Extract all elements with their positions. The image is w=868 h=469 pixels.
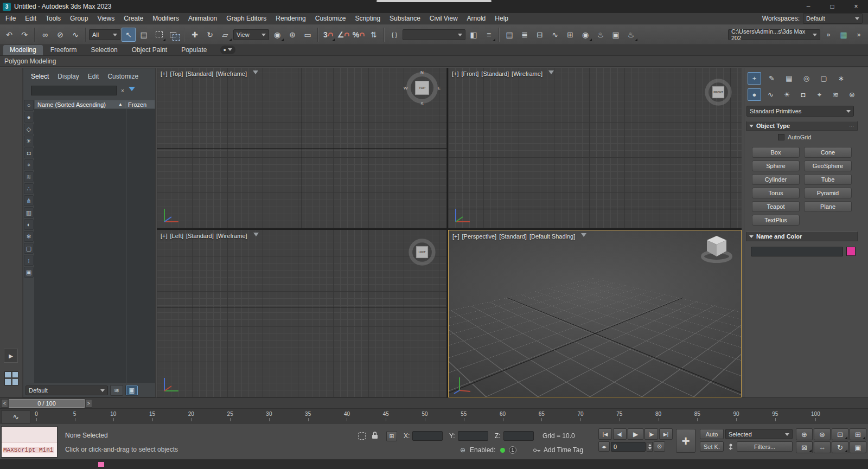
percent-snap-toggle[interactable]: % xyxy=(352,28,366,42)
filter-bones-icon[interactable]: ⋔ xyxy=(24,195,34,206)
viewport-layout-tabs-icon[interactable] xyxy=(4,371,18,386)
primitive-tube-button[interactable]: Tube xyxy=(804,174,852,185)
per-view-filter-icon[interactable] xyxy=(253,233,259,239)
undo-button[interactable]: ↶ xyxy=(2,28,16,42)
viewport-renderer-menu[interactable]: [Standard] xyxy=(186,70,213,77)
compass-north[interactable]: N xyxy=(420,70,424,75)
zoom-extents-button[interactable]: ⊡ xyxy=(832,428,848,440)
track-bar[interactable]: ∿ 0 5 10 15 20 25 30 35 40 45 50 55 60 6… xyxy=(0,408,868,425)
window-crossing-toggle[interactable] xyxy=(167,28,181,42)
menu-graph-editors[interactable]: Graph Editors xyxy=(226,15,266,22)
next-frame-button[interactable]: |▶ xyxy=(644,428,658,440)
menu-help[interactable]: Help xyxy=(495,15,508,22)
menu-customize[interactable]: Customize xyxy=(315,15,346,22)
explorer-object-list[interactable] xyxy=(34,109,155,383)
primitive-pyramid-button[interactable]: Pyramid xyxy=(804,188,852,198)
per-view-filter-icon[interactable] xyxy=(581,233,586,240)
filter-collapse-icon[interactable]: ↕ xyxy=(24,255,34,266)
select-and-manipulate-button[interactable]: ⊕ xyxy=(285,28,299,42)
key-filters-button[interactable]: Filters... xyxy=(737,441,793,452)
named-selection-dropdown[interactable] xyxy=(403,29,465,40)
filter-hidden-icon[interactable]: ▢ xyxy=(24,243,34,254)
key-filters-icon[interactable] xyxy=(727,443,735,451)
filter-containers-icon[interactable]: ▥ xyxy=(24,207,34,218)
toggle-scene-explorer-button[interactable]: ▤ xyxy=(502,28,516,42)
column-header-frozen[interactable]: Frozen xyxy=(125,101,155,108)
tab-create-icon[interactable]: + xyxy=(748,72,761,85)
ribbon-tab-populate[interactable]: Populate xyxy=(175,45,213,55)
filter-display-none-icon[interactable]: ○ xyxy=(24,100,34,111)
app-icon[interactable]: 3 xyxy=(3,3,11,11)
tab-utilities-icon[interactable]: ∗ xyxy=(834,72,848,85)
viewport-renderer-menu[interactable]: [Standard] xyxy=(481,70,509,77)
time-tag-key-icon[interactable] xyxy=(533,448,541,453)
mirror-button[interactable]: ◧ xyxy=(467,28,481,42)
close-button[interactable]: × xyxy=(844,0,868,13)
category-helpers-icon[interactable]: ⌖ xyxy=(813,88,826,101)
menu-civil-view[interactable]: Civil View xyxy=(430,15,458,22)
next-frame-arrow[interactable]: > xyxy=(85,399,92,408)
primitive-category-dropdown[interactable]: Standard Primitives xyxy=(746,106,854,117)
object-name-input[interactable] xyxy=(751,247,843,256)
expand-panel-button[interactable]: ▶ xyxy=(4,349,18,363)
autogrid-checkbox[interactable] xyxy=(778,134,784,140)
select-and-move-button[interactable]: ✚ xyxy=(188,28,202,42)
tab-motion-icon[interactable]: ◎ xyxy=(800,72,813,85)
menu-substance[interactable]: Substance xyxy=(390,15,420,22)
primitive-plane-button[interactable]: Plane xyxy=(804,201,852,212)
tab-hierarchy-icon[interactable]: ▤ xyxy=(782,72,796,85)
toggle-ribbon-button[interactable]: ⊟ xyxy=(533,28,547,42)
viewport-perspective[interactable]: [+] [Perspective] [Standard] [Default Sh… xyxy=(448,230,742,397)
maxscript-label-row[interactable]: MAXScript Mini xyxy=(2,442,57,457)
workspace-switcher-button[interactable]: ▦ xyxy=(837,28,851,42)
filter-materials-icon[interactable]: ◐ xyxy=(24,219,34,230)
unlink-selection-button[interactable]: ⊘ xyxy=(53,28,67,42)
y-coordinate-input[interactable] xyxy=(458,431,488,441)
toggle-layer-explorer-button[interactable]: ≣ xyxy=(518,28,532,42)
add-time-tag-button[interactable]: Add Time Tag xyxy=(544,446,583,454)
render-production-button[interactable]: ♨ xyxy=(624,28,638,42)
isolate-selection-toggle[interactable] xyxy=(358,432,366,440)
filter-particles-icon[interactable]: ∴ xyxy=(24,183,34,194)
viewport-left[interactable]: [+] [Left] [Standard] [Wireframe] LEFT xyxy=(157,230,446,397)
filter-spacewarps-icon[interactable]: ≋ xyxy=(24,171,34,182)
curve-editor-button[interactable]: ∿ xyxy=(548,28,562,42)
primitive-geosphere-button[interactable]: GeoSphere xyxy=(804,160,852,171)
bind-to-spacewarp-button[interactable]: ∿ xyxy=(68,28,82,42)
spinner-snap-toggle[interactable]: ⇅ xyxy=(367,28,381,42)
menu-rendering[interactable]: Rendering xyxy=(276,15,305,22)
menu-file[interactable]: File xyxy=(5,15,16,22)
align-button[interactable]: ≡ xyxy=(482,28,496,42)
maxscript-mini-listener[interactable]: MAXScript Mini xyxy=(1,426,58,458)
menu-arnold[interactable]: Arnold xyxy=(467,15,486,22)
category-spacewarps-icon[interactable]: ≋ xyxy=(829,88,843,101)
viewport-general-menu[interactable]: [+] xyxy=(161,233,168,239)
explorer-search-input[interactable] xyxy=(31,86,117,95)
per-view-filter-icon[interactable] xyxy=(253,70,258,77)
set-key-button[interactable]: Set K. xyxy=(700,441,724,452)
ribbon-tab-freeform[interactable]: Freeform xyxy=(44,45,84,55)
time-slider-handle[interactable]: 0 / 100 xyxy=(9,399,85,408)
previous-frame-button[interactable]: ◀| xyxy=(613,428,627,440)
pan-button[interactable]: ⇔ xyxy=(814,441,831,453)
viewport-top[interactable]: [+] [Top] [Standard] [Wireframe] TOP N W… xyxy=(157,68,446,228)
absolute-offset-toggle[interactable]: ⊞ xyxy=(386,431,397,441)
schematic-view-button[interactable]: ⊞ xyxy=(563,28,577,42)
edit-named-selections-button[interactable]: { } xyxy=(387,28,401,42)
menu-modifiers[interactable]: Modifiers xyxy=(152,15,179,22)
viewport-front[interactable]: [+] [Front] [Standard] [Wireframe] FRONT xyxy=(448,68,742,228)
select-and-link-button[interactable]: ∞ xyxy=(38,28,52,42)
viewport-shading-menu[interactable]: [Wireframe] xyxy=(216,70,247,77)
category-cameras-icon[interactable]: ◘ xyxy=(796,88,810,101)
use-pivot-center-button[interactable]: ◉ xyxy=(270,28,284,42)
mini-curve-editor-button[interactable]: ∿ xyxy=(1,410,30,423)
category-shapes-icon[interactable]: ∿ xyxy=(764,88,777,101)
viewport-renderer-menu[interactable]: [Standard] xyxy=(499,233,527,240)
selection-filter-dropdown[interactable]: All xyxy=(89,29,120,40)
viewcube-face[interactable]: FRONT xyxy=(712,86,724,98)
layer-list-button[interactable]: ≋ xyxy=(110,385,123,396)
column-header-name[interactable]: Name (Sorted Ascending) ▲ xyxy=(35,101,125,108)
select-object-button[interactable]: ↖ xyxy=(122,28,136,42)
search-clear-icon[interactable]: × xyxy=(118,86,127,95)
viewport-renderer-menu[interactable]: [Standard] xyxy=(186,233,214,239)
